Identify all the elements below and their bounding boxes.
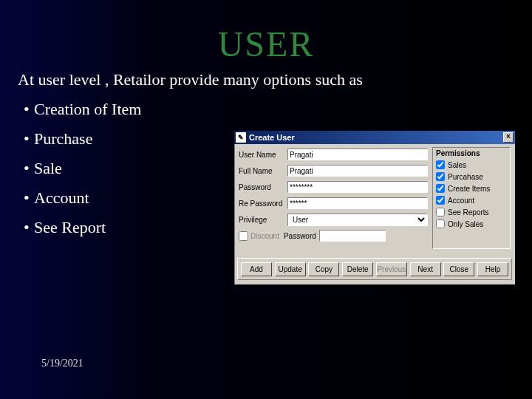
username-label: User Name bbox=[239, 151, 287, 159]
perm-label: Create Items bbox=[448, 185, 490, 193]
perm-onlysales-checkbox[interactable] bbox=[436, 219, 445, 228]
slide-subtitle: At user level , Retailor provide many op… bbox=[18, 70, 532, 89]
fullname-input[interactable] bbox=[287, 165, 428, 177]
perm-seereports-checkbox[interactable] bbox=[436, 208, 445, 216]
perm-sales-checkbox[interactable] bbox=[436, 160, 445, 169]
repassword-input[interactable] bbox=[287, 197, 428, 209]
perm-label: Purcahase bbox=[448, 173, 483, 181]
update-button[interactable]: Update bbox=[275, 262, 306, 276]
form-area: User Name Full Name Password Re Password… bbox=[239, 147, 428, 245]
add-button[interactable]: Add bbox=[241, 262, 272, 276]
create-user-dialog: ✎ Create User × User Name Full Name Pass… bbox=[233, 130, 516, 285]
delete-button[interactable]: Delete bbox=[342, 262, 373, 276]
permissions-title: Permissions bbox=[436, 149, 507, 157]
bullet-label: Creation of Item bbox=[34, 100, 141, 118]
perm-label: Sales bbox=[448, 161, 466, 169]
next-button[interactable]: Next bbox=[410, 262, 441, 276]
perm-createitems-checkbox[interactable] bbox=[436, 184, 445, 193]
perm-label: Only Sales bbox=[448, 220, 483, 228]
slide-title: USER bbox=[0, 24, 532, 64]
perm-label: See Reports bbox=[448, 208, 489, 216]
bullet-label: See Report bbox=[34, 218, 106, 236]
bullet-label: Purchase bbox=[34, 129, 92, 148]
discount-password-input[interactable] bbox=[319, 230, 386, 242]
perm-label: Account bbox=[448, 197, 474, 205]
discount-password-label: Password bbox=[284, 232, 316, 240]
dialog-title: Create User bbox=[249, 133, 503, 142]
bullet-label: Account bbox=[34, 188, 89, 207]
app-icon: ✎ bbox=[236, 132, 246, 143]
password-label: Password bbox=[239, 183, 287, 191]
list-item: •Creation of Item bbox=[24, 100, 532, 119]
copy-button[interactable]: Copy bbox=[308, 262, 339, 276]
privilege-label: Privilege bbox=[239, 216, 287, 224]
fullname-label: Full Name bbox=[239, 167, 287, 175]
repassword-label: Re Password bbox=[239, 200, 287, 208]
dialog-titlebar[interactable]: ✎ Create User × bbox=[234, 131, 515, 144]
previous-button[interactable]: Previous bbox=[376, 262, 407, 276]
privilege-select[interactable]: User bbox=[287, 214, 428, 226]
close-icon[interactable]: × bbox=[503, 132, 514, 143]
perm-purchase-checkbox[interactable] bbox=[436, 172, 445, 181]
help-button[interactable]: Help bbox=[477, 262, 508, 276]
button-bar: Add Update Copy Delete Previous Next Clo… bbox=[237, 258, 512, 280]
password-input[interactable] bbox=[287, 181, 428, 193]
discount-checkbox[interactable] bbox=[239, 231, 248, 241]
bullet-label: Sale bbox=[34, 159, 62, 177]
slide-date: 5/19/2021 bbox=[41, 358, 83, 369]
perm-account-checkbox[interactable] bbox=[436, 196, 445, 205]
username-input[interactable] bbox=[287, 149, 428, 160]
close-button[interactable]: Close bbox=[443, 262, 474, 276]
discount-label: Discount bbox=[250, 232, 279, 240]
permissions-group: Permissions Sales Purcahase Create Items… bbox=[432, 147, 511, 249]
